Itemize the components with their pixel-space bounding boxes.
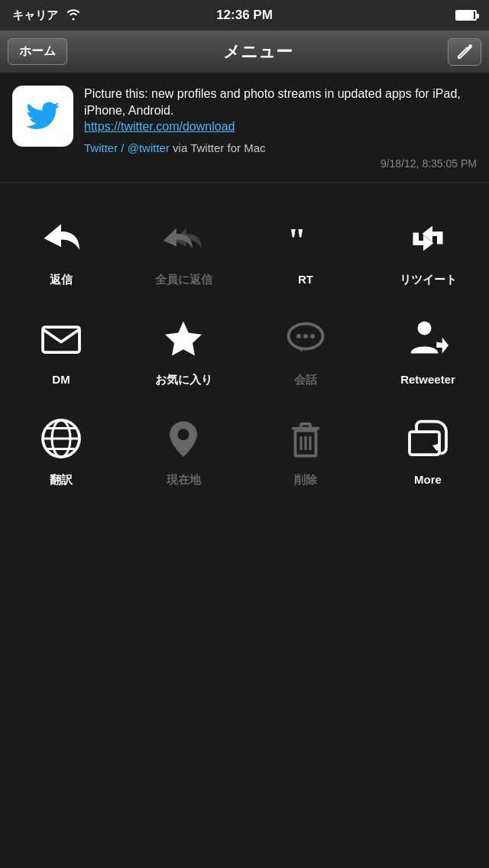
action-translate-label: 翻訳 — [50, 473, 73, 487]
action-rt-label: RT — [298, 273, 313, 286]
action-favorite[interactable]: お気に入り — [122, 298, 244, 398]
svg-point-14 — [178, 429, 189, 440]
action-retweet[interactable]: リツイート — [367, 198, 489, 298]
action-delete-label: 削除 — [294, 473, 317, 487]
action-dm[interactable]: DM — [0, 298, 122, 398]
battery-icon — [455, 10, 477, 21]
back-button[interactable]: ホーム — [8, 38, 67, 65]
favorite-icon — [157, 312, 210, 365]
svg-rect-17 — [301, 423, 310, 429]
location-icon — [157, 412, 210, 465]
status-bar: キャリア 12:36 PM — [0, 0, 489, 31]
action-favorite-label: お気に入り — [155, 373, 212, 387]
reply-icon — [34, 212, 88, 265]
svg-rect-2 — [43, 327, 79, 352]
action-reply-all-label: 全員に返信 — [155, 273, 212, 287]
action-delete[interactable]: 削除 — [244, 398, 367, 498]
retweeter-icon — [401, 312, 455, 365]
action-dm-label: DM — [52, 373, 70, 386]
tweet-card: Picture this: new profiles and photo str… — [0, 73, 489, 183]
svg-marker-3 — [165, 321, 202, 355]
nav-bar: ホーム メニュー — [0, 31, 489, 73]
action-conversation-label: 会話 — [294, 373, 317, 387]
tweet-content: Picture this: new profiles and photo str… — [84, 86, 477, 170]
svg-text:": " — [287, 220, 306, 258]
svg-point-5 — [296, 334, 301, 338]
svg-point-6 — [303, 334, 308, 338]
action-reply-all[interactable]: 全員に返信 — [122, 198, 244, 298]
tweet-text: Picture this: new profiles and photo str… — [84, 87, 461, 117]
tweet-timestamp: 9/18/12, 8:35:05 PM — [84, 157, 477, 170]
translate-icon — [34, 412, 88, 465]
carrier-label: キャリア — [12, 8, 58, 23]
status-time: 12:36 PM — [216, 8, 273, 23]
edit-button[interactable] — [448, 38, 481, 66]
tweet-avatar — [12, 86, 73, 147]
svg-point-8 — [418, 321, 432, 335]
conversation-icon — [279, 312, 332, 365]
action-location[interactable]: 現在地 — [122, 398, 244, 498]
dm-icon — [34, 312, 88, 365]
action-more[interactable]: More — [367, 398, 489, 498]
action-rt-quote[interactable]: " RT — [244, 198, 367, 298]
rt-quote-icon: " — [279, 212, 332, 265]
action-grid: 返信 全員に返信 " RT リツイート — [0, 183, 489, 513]
tweet-link[interactable]: https://twitter.com/download — [84, 120, 477, 134]
retweet-icon — [401, 212, 455, 265]
action-reply[interactable]: 返信 — [0, 198, 122, 298]
action-retweeter[interactable]: Retweeter — [367, 298, 489, 398]
action-conversation[interactable]: 会話 — [244, 298, 367, 398]
action-reply-label: 返信 — [50, 273, 73, 287]
action-location-label: 現在地 — [167, 473, 201, 487]
more-icon — [401, 412, 455, 465]
nav-title: メニュー — [223, 40, 293, 63]
action-translate[interactable]: 翻訳 — [0, 398, 122, 498]
status-right — [455, 10, 477, 21]
svg-point-7 — [310, 334, 315, 338]
reply-all-icon — [157, 212, 210, 265]
action-retweet-label: リツイート — [400, 273, 457, 287]
svg-rect-21 — [410, 432, 439, 455]
status-left: キャリア — [12, 8, 81, 23]
action-retweeter-label: Retweeter — [400, 373, 455, 386]
tweet-author[interactable]: Twitter / @twitter — [84, 141, 170, 154]
tweet-meta: Twitter / @twitter via Twitter for Mac 9… — [84, 141, 477, 170]
wifi-icon — [66, 8, 81, 23]
delete-icon — [279, 412, 332, 465]
action-more-label: More — [414, 473, 442, 486]
